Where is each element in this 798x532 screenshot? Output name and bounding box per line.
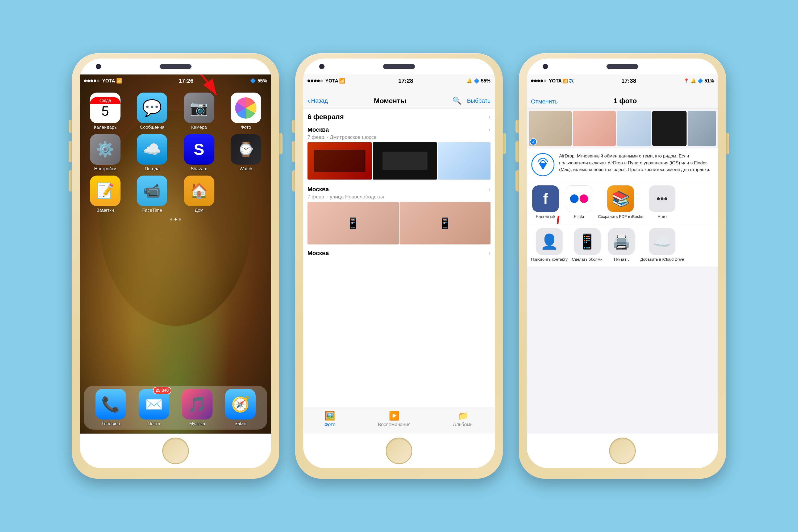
- app-messages[interactable]: 💬 Сообщения: [131, 93, 173, 130]
- ibooks-label: Сохранить PDF в iBooks: [598, 214, 643, 218]
- photo-thumb-5[interactable]: 📱: [400, 202, 491, 244]
- app-facetime[interactable]: 📹 FaceTime: [131, 175, 173, 213]
- photo-thumb-2[interactable]: [373, 142, 437, 179]
- app-home[interactable]: 🏠 Дом: [178, 175, 221, 213]
- app-settings[interactable]: ⚙️ Настройки: [84, 134, 127, 172]
- shazam-icon: S: [194, 140, 204, 158]
- dot-2: [174, 218, 177, 221]
- safari-icon: 🧭: [231, 396, 250, 413]
- photos-tab-icon: 🖼️: [324, 411, 335, 421]
- share-photo-5[interactable]: [688, 111, 716, 146]
- airdrop-section: AirDrop. Мгновенный обмен данными с теми…: [527, 148, 718, 181]
- dock-mail[interactable]: ✉️ 25 340 Почта: [138, 389, 169, 426]
- share-photo-4[interactable]: [652, 111, 687, 146]
- calendar-date: 5: [101, 104, 109, 119]
- power-button-2[interactable]: [503, 133, 506, 154]
- dock-safari[interactable]: 🧭 Safari: [225, 389, 255, 426]
- annotation-arrow-3: [543, 213, 574, 224]
- mute-button[interactable]: [69, 120, 72, 133]
- app-shazam[interactable]: S Shazam: [178, 134, 221, 172]
- volume-up-button-3[interactable]: [515, 141, 519, 162]
- search-icon-2[interactable]: 🔍: [452, 96, 461, 105]
- photo-grid-1: [303, 142, 495, 182]
- dot-1: [170, 218, 172, 221]
- share-icloud[interactable]: ☁️ Добавить в iCloud Drive: [640, 228, 684, 262]
- tab-albums-label: Альбомы: [453, 422, 474, 428]
- photo-thumb-4[interactable]: 📱: [307, 202, 399, 244]
- camera-label: Камера: [191, 125, 207, 130]
- volume-down-button-2[interactable]: [292, 170, 295, 191]
- mute-button-3[interactable]: [515, 120, 519, 133]
- chevron-icon-2: ›: [489, 126, 491, 133]
- photo-thumb-1[interactable]: [307, 142, 372, 179]
- share-ibooks[interactable]: 📚 Сохранить PDF в iBooks: [598, 185, 643, 220]
- volume-up-button-2[interactable]: [292, 141, 295, 162]
- alarm-icon-3: 🔔: [690, 78, 696, 84]
- tab-albums[interactable]: 📁 Альбомы: [453, 411, 474, 428]
- dock-music[interactable]: 🎵 Музыка: [182, 389, 212, 426]
- status-right-2: 🔔 🔷 55%: [467, 78, 491, 84]
- location-header-3: Москва ›: [303, 246, 495, 258]
- home-button-3[interactable]: [609, 438, 636, 464]
- mail-badge: 25 340: [153, 387, 171, 394]
- phone-2-bottom: [303, 434, 495, 468]
- nav-back-2[interactable]: ‹ Назад: [307, 97, 328, 105]
- dock-safari-label: Safari: [234, 421, 246, 426]
- share-photo-1[interactable]: ✓: [529, 111, 572, 146]
- share-contact[interactable]: 👤 Присвоить контакту: [531, 228, 568, 262]
- app-weather[interactable]: ☁️ Погода: [131, 134, 173, 172]
- alarm-icon-2: 🔔: [467, 78, 472, 84]
- photo-grid-2: 📱 📱: [303, 202, 495, 246]
- home-button-1[interactable]: [162, 438, 189, 464]
- mute-button-2[interactable]: [292, 120, 295, 133]
- time-2: 17:28: [398, 77, 413, 84]
- carrier-2: YOTA: [325, 78, 338, 84]
- app-grid-row2: ⚙️ Настройки ☁️ Погода S Shazam: [80, 134, 271, 177]
- albums-tab-icon: 📁: [458, 411, 469, 421]
- app-notes[interactable]: 📝 Заметки: [84, 175, 127, 213]
- status-bar-2: YOTA 📶 17:28 🔔 🔷 55%: [303, 75, 495, 85]
- tab-photos[interactable]: 🖼️ Фото: [324, 411, 336, 428]
- app-calendar[interactable]: среда 5 Календарь: [84, 93, 127, 130]
- carrier-3: YOTA: [549, 78, 562, 84]
- share-photo-2[interactable]: [573, 111, 615, 146]
- share-photo-3[interactable]: [617, 111, 651, 146]
- share-wallpaper[interactable]: 📱 Сделать обоями: [572, 228, 603, 262]
- volume-down-button[interactable]: [69, 170, 72, 191]
- page-dots: [80, 218, 271, 221]
- status-right-3: 📍 🔔 🔷 51%: [684, 78, 714, 84]
- contact-label: Присвоить контакту: [531, 257, 568, 262]
- settings-label: Настройки: [94, 166, 116, 172]
- status-right-1: 🔷 55%: [250, 78, 267, 84]
- front-camera-3: [543, 64, 548, 69]
- facebook-icon: f: [543, 190, 548, 207]
- share-print[interactable]: 🖨️ Печать: [607, 228, 636, 262]
- volume-down-button-3[interactable]: [515, 170, 519, 191]
- dock-phone[interactable]: 📞 Телефон: [95, 389, 126, 426]
- tab-memories-label: Воспоминания: [378, 422, 411, 428]
- app-photos[interactable]: Фото: [225, 93, 267, 130]
- status-bar-3: YOTA 📶 ✈️ 17:38 📍 🔔 🔷 51%: [527, 75, 718, 85]
- app-watch[interactable]: ⌚ Watch: [225, 134, 267, 172]
- share-more[interactable]: ••• Еще: [647, 185, 677, 220]
- home-button-2[interactable]: [386, 438, 412, 464]
- photo-thumb-3[interactable]: [438, 142, 491, 179]
- notes-icon: 📝: [96, 182, 114, 200]
- nav-title-2: Моменты: [328, 97, 452, 105]
- volume-up-button[interactable]: [69, 141, 72, 162]
- phone-1-top: [80, 58, 271, 75]
- signal-dots-1: [84, 79, 99, 82]
- power-button-3[interactable]: [726, 133, 729, 154]
- location-icon-3: 📍: [684, 78, 689, 84]
- speaker-2: [383, 64, 415, 69]
- select-label-2[interactable]: Выбрать: [467, 97, 491, 104]
- cancel-button-3[interactable]: Отменить: [531, 98, 558, 105]
- home-label: Дом: [195, 208, 204, 213]
- share-actions-row-1: f Facebook Flickr 📚 Со: [527, 181, 718, 224]
- print-label: Печать: [614, 257, 629, 262]
- power-button[interactable]: [279, 133, 283, 154]
- tab-memories[interactable]: ▶️ Воспоминания: [378, 411, 411, 428]
- contact-icon: 👤: [540, 233, 558, 250]
- front-camera-1: [96, 64, 101, 69]
- weather-icon: ☁️: [143, 141, 161, 158]
